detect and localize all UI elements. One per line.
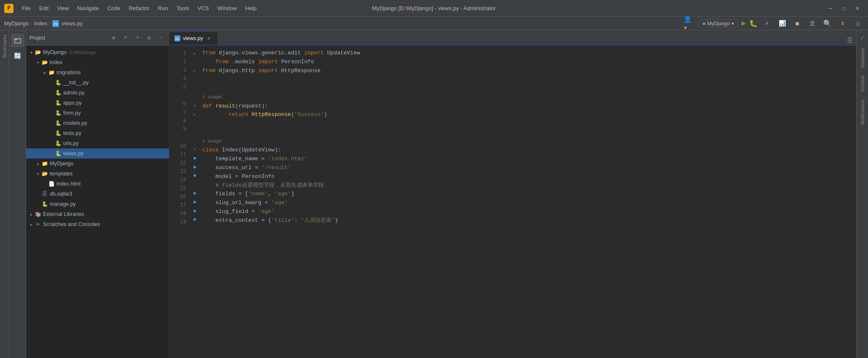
tree-item-db[interactable]: 🗄 db.sqlite3 <box>26 189 169 199</box>
profile-button[interactable]: 📊 <box>776 18 788 30</box>
tab-close-button[interactable]: ✕ <box>206 35 212 42</box>
manage-label: manage.py <box>50 201 76 207</box>
run-button[interactable]: ► <box>741 19 746 28</box>
close-panel-btn[interactable]: − <box>156 33 166 43</box>
tab-file-icon: py <box>174 35 180 41</box>
tree-item-form[interactable]: 🐍 form.py <box>26 108 169 118</box>
run-config-icon: ■ <box>702 21 705 27</box>
tests-label: tests.py <box>63 130 81 136</box>
tree-item-admin[interactable]: 🐍 admin.py <box>26 88 169 98</box>
menu-file[interactable]: File <box>19 4 34 12</box>
menu-help[interactable]: Help <box>242 4 260 12</box>
apps-label: apps.py <box>63 100 82 106</box>
coverage-button[interactable]: ⚡ <box>761 18 773 30</box>
breadcrumb-project[interactable]: MyDjango <box>4 20 29 27</box>
html-file-icon: 📄 <box>48 180 55 187</box>
tree-item-mydjango2[interactable]: ▸ 📁 MyDjango <box>26 159 169 169</box>
new-folder-btn[interactable]: ⊕ <box>109 33 118 43</box>
menu-vcs[interactable]: VCS <box>194 4 212 12</box>
tree-item-migrations[interactable]: ▸ 📁 migrations <box>26 67 169 78</box>
window-controls: — ☐ ✕ <box>824 2 864 15</box>
tab-views-py[interactable]: py views.py ✕ <box>169 31 218 45</box>
translate-button[interactable]: 文 <box>806 18 818 30</box>
tree-item-urls[interactable]: 🐍 urls.py <box>26 138 169 148</box>
database-tab[interactable]: Database <box>858 45 867 71</box>
tab-label: views.py <box>183 35 203 41</box>
code-line-13: model = PersonInfo <box>199 172 856 181</box>
tree-item-index-html[interactable]: 📄 index.html <box>26 179 169 189</box>
sidebar-strip: 🔄 <box>9 30 26 358</box>
menu-window[interactable]: Window <box>214 4 240 12</box>
maximize-button[interactable]: ☐ <box>838 2 850 15</box>
tree-root[interactable]: ▾ 📂 MyDjango D:\MyDjango <box>26 47 169 57</box>
tree-item-tests[interactable]: 🐍 tests.py <box>26 128 169 138</box>
templates-arrow: ▾ <box>35 170 41 177</box>
project-panel-toggle[interactable] <box>11 34 24 47</box>
tree-item-views[interactable]: 🐍 views.py <box>26 148 169 159</box>
search-button[interactable]: 🔍 <box>822 18 833 30</box>
tab-menu-button[interactable]: ☰ <box>844 36 856 45</box>
tree-item-scratches[interactable]: ▸ ✏ Scratches and Consoles <box>26 219 169 229</box>
code-line-10: class Index(UpdateView): <box>199 146 856 155</box>
sciview-tab[interactable]: SciView <box>858 72 867 95</box>
code-line-2: from .models import PersonInfo <box>199 58 856 67</box>
gutter-16: ◉ <box>190 197 199 206</box>
right-sidebar: ✓ Database SciView Notifications <box>856 30 868 358</box>
notifications-tab[interactable]: Notifications <box>858 96 867 128</box>
urls-file-icon: 🐍 <box>55 140 62 147</box>
menu-navigate[interactable]: Navigate <box>74 4 102 12</box>
tree-item-manage[interactable]: 🐍 manage.py <box>26 199 169 209</box>
update-button[interactable]: ⬆ <box>837 18 849 30</box>
breadcrumb-index[interactable]: index <box>34 20 47 27</box>
gutter-10: ▾ <box>190 145 199 153</box>
code-line-16: slug_url_kwarg = 'age' <box>199 199 856 207</box>
tree-item-ext-libs[interactable]: ▸ 📚 External Libraries <box>26 209 169 219</box>
root-label: MyDjango <box>43 49 67 55</box>
minimize-button[interactable]: — <box>824 2 837 15</box>
gutter-14 <box>190 180 199 188</box>
stop-button[interactable]: ◼ <box>791 18 803 30</box>
tree-item-apps[interactable]: 🐍 apps.py <box>26 98 169 108</box>
tree-item-templates[interactable]: ▾ 📂 templates <box>26 169 169 179</box>
close-button[interactable]: ✕ <box>851 2 864 15</box>
nav-right: 👤 ▾ ■ MyDjango ▾ ► 🐛 ⚡ 📊 ◼ 文 🔍 ⬆ ◎ <box>683 18 864 30</box>
code-line-15: fields = ['name', 'age'] <box>199 190 856 199</box>
code-editor[interactable]: 1 2 3 4 5 6 7 8 9 10 11 12 13 14 15 16 1… <box>169 46 856 358</box>
vcs-panel-toggle[interactable]: 🔄 <box>11 49 24 62</box>
tree-item-models[interactable]: 🐍 models.py <box>26 118 169 128</box>
tree-item-init[interactable]: 🐍 __init__.py <box>26 78 169 88</box>
breadcrumb-file[interactable]: views.py <box>62 20 83 27</box>
menu-view[interactable]: View <box>54 4 72 12</box>
menu-run[interactable]: Run <box>155 4 171 12</box>
gutter-7: ▸ <box>190 110 199 119</box>
project-panel-header: Project ⊕ ≡ ⌖ ⚙ − <box>26 30 169 46</box>
menu-code[interactable]: Code <box>104 4 124 12</box>
db-label: db.sqlite3 <box>50 191 72 197</box>
run-config-selector[interactable]: ■ MyDjango ▾ <box>699 19 738 28</box>
admin-file-icon: 🐍 <box>55 89 62 96</box>
menu-refactor[interactable]: Refactor <box>126 4 153 12</box>
gutter-18: ◉ <box>190 215 199 224</box>
tree-item-index[interactable]: ▾ 📂 index <box>26 57 169 67</box>
user-icon-btn[interactable]: 👤 ▾ <box>683 18 695 30</box>
check-mark: ✓ <box>859 32 866 44</box>
scroll-from-source-btn[interactable]: ⌖ <box>133 33 142 43</box>
ext-lib-label: External Libraries <box>43 211 84 217</box>
menu-tools[interactable]: Tools <box>173 4 193 12</box>
bookmarks-label[interactable]: Bookmarks <box>0 30 9 62</box>
code-line-3: from django.http import HttpResponse <box>199 67 856 75</box>
file-icon: py <box>52 20 59 27</box>
breadcrumb-sep1: › <box>31 20 32 27</box>
menu-edit[interactable]: Edit <box>36 4 52 12</box>
code-content[interactable]: from django.views.generic.edit import Up… <box>199 46 856 358</box>
migrations-folder-icon: 📁 <box>48 69 55 76</box>
debug-button[interactable]: 🐛 <box>749 19 758 28</box>
tab-bar: py views.py ✕ ☰ <box>169 30 856 46</box>
usage-hint-2: 1 usage <box>199 137 856 146</box>
collapse-all-btn[interactable]: ≡ <box>121 33 130 43</box>
templates-folder-icon: 📂 <box>41 170 48 177</box>
gutter-12: ◉ <box>190 162 199 171</box>
settings-btn[interactable]: ⚙ <box>145 33 154 43</box>
gutter-19 <box>190 223 199 232</box>
plugin-button[interactable]: ◎ <box>852 18 864 30</box>
